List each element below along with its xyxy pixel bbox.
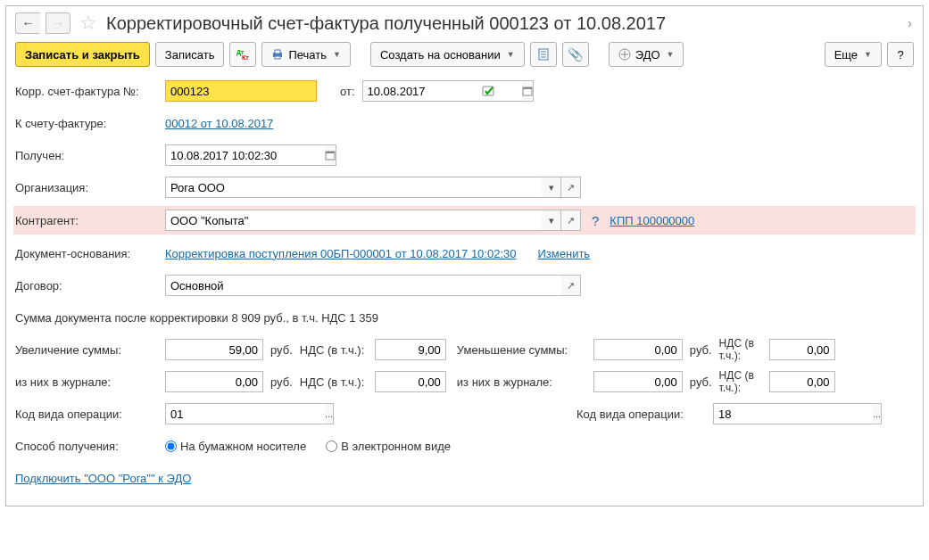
svg-rect-4 [275,56,280,59]
rub-label: руб. [690,375,712,389]
counterparty-input[interactable] [165,210,542,231]
nds-label: НДС (в т.ч.): [300,375,368,389]
nds-label: НДС (в т.ч.): [300,343,368,357]
printer-icon [271,48,284,61]
radio-electronic[interactable]: В электронном виде [326,440,451,453]
create-based-button[interactable]: Создать на основании ▼ [370,42,525,67]
nav-back-button[interactable]: ← [15,12,40,34]
kpp-link[interactable]: КПП 100000000 [610,214,694,227]
calendar-icon [325,150,336,161]
org-label: Организация: [15,181,158,194]
favorite-star-icon[interactable]: ☆ [79,12,97,35]
decrease-amount-input[interactable] [593,339,683,360]
number-input[interactable] [165,80,317,102]
decrease-nds-input[interactable] [769,339,835,360]
method-label: Способ получения: [15,440,158,453]
edo-button[interactable]: ЭДО ▼ [609,42,684,67]
help-icon[interactable]: ? [588,213,602,228]
calendar-button[interactable] [522,80,534,102]
op-code-label: Код вида операции: [15,408,158,421]
increase-label: Увеличение суммы: [15,343,158,357]
posting-button[interactable]: ДтКт [229,42,256,67]
org-input[interactable] [165,177,542,198]
open-button[interactable]: ↗ [561,275,581,296]
edo-icon [618,48,631,61]
open-button[interactable]: ↗ [561,177,581,198]
received-input[interactable] [165,144,325,166]
save-and-close-button[interactable]: Записать и закрыть [15,42,150,67]
date-input[interactable] [362,80,522,102]
dropdown-button[interactable]: ▾ [542,210,561,231]
from-label: от: [340,85,355,98]
contract-label: Договор: [15,279,158,292]
radio-paper[interactable]: На бумажном носителе [165,440,306,453]
received-label: Получен: [15,149,158,162]
invoice-ref-label: К счету-фактуре: [15,117,158,130]
svg-rect-3 [275,50,280,54]
document-icon [538,48,549,61]
attachment-button[interactable]: 📎 [562,42,589,67]
select-button[interactable]: ... [873,403,882,424]
change-link[interactable]: Изменить [538,247,591,260]
chevron-down-icon: ▼ [333,50,341,59]
document-button[interactable] [530,42,557,67]
nds-label: НДС (в т.ч.): [719,369,762,394]
decrease-label: Уменьшение суммы: [457,343,586,357]
open-button[interactable]: ↗ [561,210,581,231]
number-label: Корр. счет-фактура №: [15,85,158,98]
nav-forward-button[interactable]: → [46,12,71,34]
svg-rect-11 [523,87,532,89]
status-ok-icon[interactable] [482,85,496,97]
op-code-left-input[interactable] [165,403,325,424]
rub-label: руб. [270,375,293,389]
svg-rect-14 [326,152,335,153]
paperclip-icon: 📎 [568,47,583,62]
journal-inc-label: из них в журнале: [15,375,158,389]
save-button[interactable]: Записать [155,42,225,67]
next-page-icon[interactable]: › [908,16,914,30]
journal-dec-input[interactable] [593,371,683,392]
basis-link[interactable]: Корректировка поступления 00БП-000001 от… [165,247,517,260]
journal-inc-input[interactable] [165,371,263,392]
op-code-right-input[interactable] [713,403,873,424]
chevron-down-icon: ▼ [864,50,872,59]
journal-dec-nds-input[interactable] [769,371,835,392]
rub-label: руб. [690,343,712,357]
basis-label: Документ-основания: [15,247,158,260]
nds-label: НДС (в т.ч.): [719,337,762,362]
connect-edo-link[interactable]: Подключить "ООО "Рога"" к ЭДО [15,472,191,485]
calendar-icon [522,86,533,96]
calendar-button[interactable] [325,144,336,166]
print-button[interactable]: Печать ▼ [261,42,351,67]
chevron-down-icon: ▼ [507,50,515,59]
more-button[interactable]: Еще ▼ [825,42,882,67]
journal-inc-nds-input[interactable] [375,371,446,392]
invoice-ref-link[interactable]: 00012 от 10.08.2017 [165,117,273,130]
journal-dec-label: из них в журнале: [457,375,586,389]
increase-amount-input[interactable] [165,339,263,360]
help-button[interactable]: ? [887,42,914,67]
svg-text:Кт: Кт [242,54,249,61]
page-title: Корректировочный счет-фактура полученный… [106,13,666,34]
increase-nds-input[interactable] [375,339,446,360]
chevron-down-icon: ▼ [667,50,675,59]
counterparty-label: Контрагент: [15,214,158,227]
op-code-label-right: Код вида операции: [576,408,706,421]
summary-text: Сумма документа после корректировки 8 90… [15,311,378,325]
select-button[interactable]: ... [325,403,334,424]
rub-label: руб. [270,343,293,357]
dropdown-button[interactable]: ▾ [542,177,561,198]
contract-input[interactable] [165,275,561,296]
